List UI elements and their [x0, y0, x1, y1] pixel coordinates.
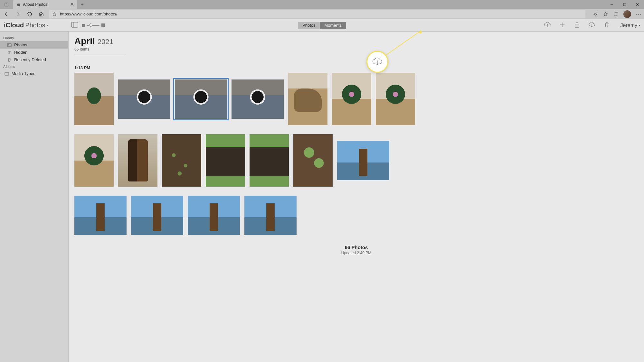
- browser-tab[interactable]: iCloud Photos ✕: [13, 0, 77, 9]
- photo-thumb[interactable]: [118, 79, 170, 119]
- minimize-button[interactable]: [605, 0, 618, 9]
- upload-button[interactable]: [544, 22, 551, 29]
- svg-rect-1: [5, 4, 7, 4]
- photo-thumb[interactable]: [288, 73, 327, 125]
- favorite-icon[interactable]: [603, 11, 609, 17]
- sidebar-toggle-button[interactable]: [71, 22, 78, 29]
- divider: [74, 54, 126, 54]
- date-header: April 2021: [74, 36, 638, 46]
- app-header: iCloud Photos ▾ Photos Moments Jeremy ▾: [0, 19, 644, 32]
- photo-thumb[interactable]: [293, 134, 333, 187]
- photo-thumb[interactable]: [118, 134, 157, 187]
- add-button[interactable]: [559, 22, 566, 29]
- url-text: https://www.icloud.com/photos/: [60, 12, 117, 16]
- tab-title: iCloud Photos: [23, 2, 70, 7]
- svg-rect-6: [53, 14, 56, 16]
- time-group-label: 1:13 PM: [74, 65, 638, 70]
- user-menu[interactable]: Jeremy ▾: [620, 23, 640, 28]
- photo-thumb[interactable]: [206, 134, 245, 187]
- photo-thumb[interactable]: [74, 134, 114, 187]
- photo-thumb[interactable]: [244, 196, 297, 235]
- svg-point-8: [636, 14, 637, 14]
- url-input[interactable]: https://www.icloud.com/photos/: [49, 10, 585, 18]
- svg-rect-3: [623, 3, 626, 6]
- zoom-large-icon: [101, 23, 105, 27]
- sidebar-item-hidden[interactable]: Hidden: [0, 49, 68, 56]
- close-window-button[interactable]: [631, 0, 644, 9]
- hidden-icon: [7, 50, 12, 55]
- chevron-down-icon: ▾: [47, 23, 49, 27]
- back-button[interactable]: [3, 10, 10, 18]
- sidebar-item-photos[interactable]: Photos: [0, 41, 68, 49]
- sidebar-item-recently-deleted[interactable]: Recently Deleted: [0, 56, 68, 63]
- photo-thumb[interactable]: [337, 141, 389, 180]
- profile-avatar[interactable]: [623, 10, 631, 18]
- callout-highlight: [366, 51, 388, 73]
- sidebar-header-library: Library: [0, 35, 68, 41]
- tab-actions-icon[interactable]: [0, 0, 13, 9]
- tab-close-icon[interactable]: ✕: [70, 2, 74, 7]
- download-button[interactable]: [588, 22, 595, 29]
- sidebar-header-albums: Albums: [0, 63, 68, 70]
- sidebar-item-media-types[interactable]: ▸ Media Types: [0, 70, 68, 77]
- content-area: April 2021 66 Items 1:13 PM: [69, 32, 644, 362]
- photo-thumb[interactable]: [232, 79, 284, 119]
- apple-icon: [16, 2, 21, 7]
- sidebar: Library Photos Hidden Recently Deleted A…: [0, 32, 69, 362]
- photos-icon: [7, 43, 12, 47]
- delete-button[interactable]: [603, 22, 610, 29]
- photo-thumb[interactable]: [131, 196, 183, 235]
- photo-thumb[interactable]: [74, 73, 114, 125]
- view-segmented-control: Photos Moments: [298, 22, 346, 29]
- svg-point-10: [640, 14, 641, 14]
- maximize-button[interactable]: [618, 0, 631, 9]
- lock-icon: [52, 12, 57, 16]
- item-count: 66 Items: [74, 47, 638, 51]
- svg-point-9: [638, 14, 639, 14]
- cloud-download-icon: [372, 57, 383, 67]
- trash-icon: [7, 58, 12, 62]
- tab-photos[interactable]: Photos: [298, 22, 320, 29]
- svg-rect-14: [101, 23, 105, 27]
- photo-thumb[interactable]: [188, 196, 240, 235]
- photo-thumb[interactable]: [74, 196, 127, 235]
- svg-rect-13: [82, 24, 85, 27]
- folder-icon: [5, 71, 9, 76]
- address-bar: https://www.icloud.com/photos/: [0, 9, 644, 19]
- new-tab-button[interactable]: +: [77, 0, 87, 9]
- refresh-button[interactable]: [26, 10, 33, 18]
- app-title-menu[interactable]: iCloud Photos ▾: [4, 22, 49, 29]
- forward-button[interactable]: [14, 10, 22, 18]
- chevron-down-icon: ▾: [639, 23, 640, 27]
- callout-dot: [419, 31, 422, 33]
- menu-icon[interactable]: [636, 11, 641, 17]
- svg-rect-0: [5, 3, 8, 6]
- share-button[interactable]: [573, 22, 581, 29]
- chevron-right-icon: ▸: [0, 71, 2, 76]
- footer-info: 66 Photos Updated 2:40 PM: [74, 245, 638, 255]
- svg-rect-21: [5, 72, 9, 75]
- photo-thumb[interactable]: [376, 73, 415, 125]
- tab-moments[interactable]: Moments: [320, 22, 346, 29]
- photo-thumb[interactable]: [250, 134, 289, 187]
- browser-tab-bar: iCloud Photos ✕ +: [0, 0, 644, 9]
- send-tab-icon[interactable]: [592, 11, 598, 17]
- photo-thumb-selected[interactable]: [175, 79, 227, 119]
- zoom-small-icon: [82, 24, 85, 27]
- svg-rect-11: [71, 22, 78, 27]
- photo-thumb[interactable]: [162, 134, 201, 187]
- home-button[interactable]: [37, 10, 45, 18]
- photo-thumb[interactable]: [332, 73, 371, 125]
- collections-icon[interactable]: [613, 11, 619, 17]
- zoom-slider[interactable]: [82, 23, 105, 27]
- svg-rect-7: [614, 13, 617, 16]
